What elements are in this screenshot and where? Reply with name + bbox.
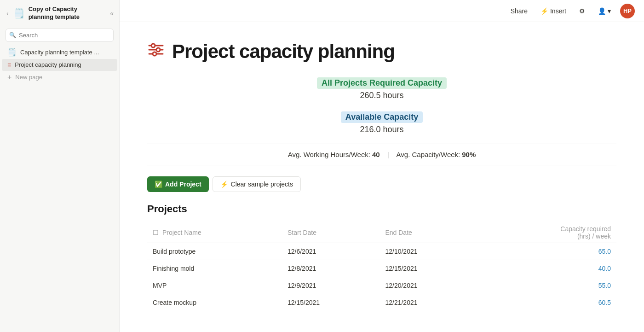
page-title: Project capacity planning bbox=[172, 41, 395, 63]
sidebar-item-capacity-template[interactable]: 🗒️ Capacity planning template ... bbox=[2, 46, 117, 59]
cell-start-date: 12/6/2021 bbox=[282, 243, 380, 260]
insert-label: Insert bbox=[550, 7, 566, 15]
table-row: Finishing mold 12/8/2021 12/15/2021 40.0 bbox=[147, 260, 616, 277]
workspace-name: Copy of Capacity planning template bbox=[29, 6, 107, 21]
table-header-row: ☐ Project Name Start Date End Date Capac… bbox=[147, 222, 616, 243]
insert-icon: ⚡ bbox=[540, 7, 548, 15]
cell-capacity: 65.0 bbox=[477, 243, 616, 260]
avg-capacity-key: Avg. Capacity/Week: bbox=[397, 151, 460, 158]
col-capacity: Capacity required (hrs) / week bbox=[477, 222, 616, 243]
search-wrapper: 🔍 bbox=[6, 29, 114, 42]
avatar[interactable]: HP bbox=[620, 4, 635, 18]
sidebar: ‹ 🗒️ Copy of Capacity planning template … bbox=[0, 0, 120, 332]
sidebar-item-label: Project capacity planning bbox=[15, 61, 112, 68]
col-project-name: ☐ Project Name bbox=[147, 222, 282, 243]
project-capacity-icon: ≡ bbox=[7, 61, 11, 69]
cell-project-name: MVP bbox=[147, 277, 282, 294]
col-icon: ☐ bbox=[153, 229, 159, 236]
col-start-date: Start Date bbox=[282, 222, 380, 243]
avg-capacity-val: 90% bbox=[462, 151, 476, 158]
cell-end-date: 12/21/2021 bbox=[380, 294, 477, 311]
page-title-row: Project capacity planning bbox=[147, 41, 616, 63]
cell-project-name: Create mockup bbox=[147, 294, 282, 311]
content: Project capacity planning All Projects R… bbox=[120, 22, 644, 332]
table-row: MVP 12/9/2021 12/20/2021 55.0 bbox=[147, 277, 616, 294]
add-project-label: Add Project bbox=[165, 181, 201, 188]
back-icon[interactable]: ‹ bbox=[6, 9, 10, 18]
available-capacity-label: Available Capacity bbox=[341, 111, 423, 123]
cell-capacity: 60.5 bbox=[477, 294, 616, 311]
account-icon: 👤 bbox=[598, 7, 606, 15]
cell-start-date: 12/9/2021 bbox=[282, 277, 380, 294]
col-end-date: End Date bbox=[380, 222, 477, 243]
workspace-icon: 🗒️ bbox=[13, 8, 25, 19]
table-body: Build prototype 12/6/2021 12/10/2021 65.… bbox=[147, 243, 616, 311]
clear-sample-button[interactable]: ⚡ Clear sample projects bbox=[213, 176, 301, 192]
sidebar-item-label: Capacity planning template ... bbox=[20, 49, 112, 56]
share-button[interactable]: Share bbox=[507, 6, 531, 17]
collapse-sidebar-icon[interactable]: « bbox=[110, 10, 114, 17]
gear-icon: ⚙ bbox=[579, 7, 585, 15]
cell-start-date: 12/8/2021 bbox=[282, 260, 380, 277]
new-page-item[interactable]: + New page bbox=[2, 71, 117, 84]
metrics-divider: | bbox=[387, 151, 389, 158]
svg-point-1 bbox=[151, 44, 155, 47]
main: Share ⚡ Insert ⚙ 👤 ▾ HP bbox=[120, 0, 644, 332]
add-project-icon: ✅ bbox=[155, 181, 162, 188]
cell-project-name: Finishing mold bbox=[147, 260, 282, 277]
search-container: 🔍 bbox=[0, 27, 119, 46]
topbar: Share ⚡ Insert ⚙ 👤 ▾ HP bbox=[120, 0, 644, 22]
cell-start-date: 12/15/2021 bbox=[282, 294, 380, 311]
all-projects-stat: All Projects Required Capacity 260.5 hou… bbox=[147, 77, 616, 100]
table-row: Create mockup 12/15/2021 12/21/2021 60.5 bbox=[147, 294, 616, 311]
clear-sample-label: Clear sample projects bbox=[231, 181, 293, 188]
svg-point-3 bbox=[156, 48, 160, 52]
cell-end-date: 12/20/2021 bbox=[380, 277, 477, 294]
cell-project-name: Build prototype bbox=[147, 243, 282, 260]
all-projects-value: 260.5 hours bbox=[147, 91, 616, 100]
settings-button[interactable]: ⚙ bbox=[575, 6, 589, 17]
cell-capacity: 40.0 bbox=[477, 260, 616, 277]
avg-working-hours-key: Avg. Working Hours/Week: bbox=[288, 151, 370, 158]
capacity-template-icon: 🗒️ bbox=[7, 48, 17, 57]
sidebar-header: ‹ 🗒️ Copy of Capacity planning template … bbox=[0, 0, 119, 27]
cell-capacity: 55.0 bbox=[477, 277, 616, 294]
sidebar-item-project-capacity[interactable]: ≡ Project capacity planning bbox=[2, 59, 117, 71]
page-icon bbox=[147, 41, 165, 63]
share-label: Share bbox=[511, 7, 528, 15]
table-row: Build prototype 12/6/2021 12/10/2021 65.… bbox=[147, 243, 616, 260]
available-capacity-value: 216.0 hours bbox=[147, 125, 616, 134]
all-projects-label: All Projects Required Capacity bbox=[317, 77, 447, 89]
insert-button[interactable]: ⚡ Insert bbox=[537, 6, 570, 17]
projects-heading: Projects bbox=[147, 203, 616, 215]
svg-point-5 bbox=[153, 52, 156, 56]
metrics-row: Avg. Working Hours/Week: 40 | Avg. Capac… bbox=[147, 144, 616, 165]
search-icon: 🔍 bbox=[9, 32, 16, 38]
cell-end-date: 12/15/2021 bbox=[380, 260, 477, 277]
action-buttons: ✅ Add Project ⚡ Clear sample projects bbox=[147, 176, 616, 192]
projects-table: ☐ Project Name Start Date End Date Capac… bbox=[147, 222, 616, 311]
available-capacity-stat: Available Capacity 216.0 hours bbox=[147, 111, 616, 134]
plus-icon: + bbox=[7, 73, 12, 82]
new-page-label: New page bbox=[15, 74, 42, 81]
account-button[interactable]: 👤 ▾ bbox=[594, 6, 615, 17]
lightning-icon: ⚡ bbox=[220, 181, 228, 188]
cell-end-date: 12/10/2021 bbox=[380, 243, 477, 260]
avg-working-hours-val: 40 bbox=[372, 151, 380, 158]
dropdown-icon: ▾ bbox=[608, 7, 611, 15]
search-input[interactable] bbox=[6, 29, 114, 42]
add-project-button[interactable]: ✅ Add Project bbox=[147, 176, 209, 192]
